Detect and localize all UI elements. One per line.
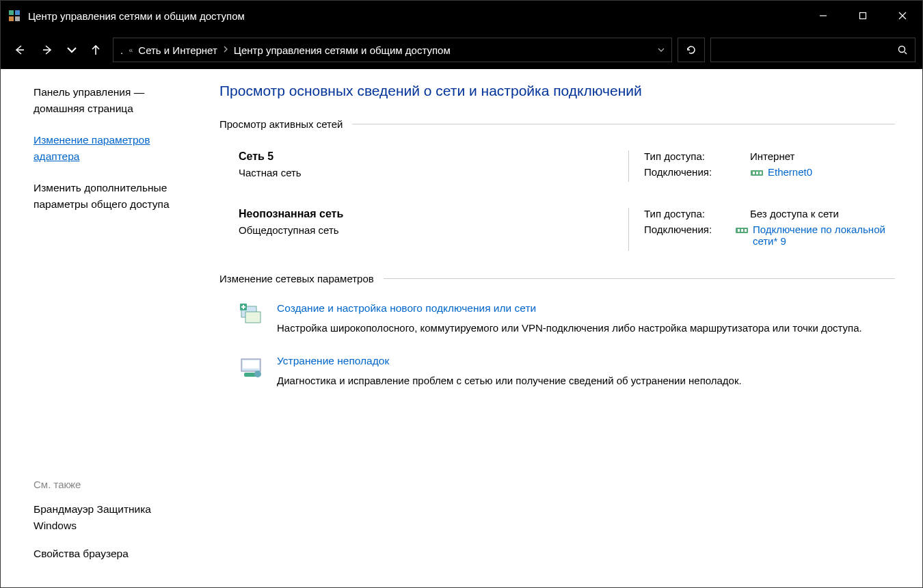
svg-line-12 xyxy=(905,52,907,54)
svg-rect-18 xyxy=(738,229,740,232)
divider xyxy=(352,124,895,124)
minimize-button[interactable] xyxy=(803,1,843,31)
access-type-value: Без доступа к сети xyxy=(750,208,839,219)
chevron-down-icon[interactable] xyxy=(658,46,665,54)
see-also-section: См. также Брандмауэр Защитника Windows С… xyxy=(34,479,192,574)
titlebar: Центр управления сетями и общим доступом xyxy=(1,1,922,31)
firewall-link[interactable]: Брандмауэр Защитника Windows xyxy=(34,501,192,533)
task-item: Устранение неполадок Диагностика и испра… xyxy=(219,349,895,394)
svg-rect-2 xyxy=(9,16,14,21)
svg-rect-22 xyxy=(245,312,260,323)
new-connection-icon xyxy=(239,302,265,328)
task-title[interactable]: Устранение неполадок xyxy=(277,355,742,367)
task-title[interactable]: Создание и настройка нового подключения … xyxy=(277,302,862,315)
app-icon xyxy=(8,9,21,23)
section-title: Изменение сетевых параметров xyxy=(219,273,384,284)
up-button[interactable] xyxy=(84,38,107,62)
svg-rect-19 xyxy=(741,229,743,232)
svg-rect-1 xyxy=(15,10,20,15)
connections-label: Подключения: xyxy=(644,224,735,247)
access-type-label: Тип доступа: xyxy=(644,208,750,219)
svg-rect-5 xyxy=(860,13,866,19)
sidebar-sharing-link[interactable]: Изменить дополнительные параметры общего… xyxy=(34,180,192,213)
section-title: Просмотр активных сетей xyxy=(219,118,352,130)
connections-label: Подключения: xyxy=(644,166,750,178)
divider xyxy=(384,278,895,279)
maximize-button[interactable] xyxy=(843,1,883,31)
toolbar: . « Сеть и Интернет Центр управления сет… xyxy=(1,31,922,69)
ethernet-icon xyxy=(750,168,764,178)
window: Центр управления сетями и общим доступом… xyxy=(0,0,923,588)
svg-rect-0 xyxy=(9,10,14,15)
section-change-settings: Изменение сетевых параметров xyxy=(219,273,895,284)
window-title: Центр управления сетями и общим доступом xyxy=(28,10,245,22)
task-description: Настройка широкополосного, коммутируемог… xyxy=(277,320,862,336)
address-bar[interactable]: . « Сеть и Интернет Центр управления сет… xyxy=(113,38,672,62)
search-icon xyxy=(897,44,908,55)
svg-rect-14 xyxy=(753,172,755,174)
connection-name: Подключение по локальной сети* 9 xyxy=(753,224,895,247)
troubleshoot-icon xyxy=(239,355,265,381)
access-type-value: Интернет xyxy=(750,150,794,162)
page-title: Просмотр основных сведений о сети и наст… xyxy=(219,83,895,99)
network-entry: Сеть 5 Частная сеть Тип доступа: Интерне… xyxy=(219,142,895,190)
task-description: Диагностика и исправление проблем с сеть… xyxy=(277,373,742,388)
breadcrumb-prefix: . xyxy=(120,44,123,56)
refresh-button[interactable] xyxy=(678,38,705,62)
network-name: Сеть 5 xyxy=(239,150,628,163)
main-panel: Просмотр основных сведений о сети и наст… xyxy=(206,69,922,587)
ethernet-icon xyxy=(735,226,749,235)
network-type: Общедоступная сеть xyxy=(239,224,628,236)
svg-rect-20 xyxy=(745,229,747,232)
network-type: Частная сеть xyxy=(239,167,628,178)
section-active-networks: Просмотр активных сетей xyxy=(219,118,895,130)
connection-name: Ethernet0 xyxy=(768,166,812,178)
task-item: Создание и настройка нового подключения … xyxy=(219,297,895,341)
svg-rect-16 xyxy=(760,172,762,174)
close-button[interactable] xyxy=(883,1,922,31)
back-button[interactable] xyxy=(8,38,31,62)
sidebar: Панель управления — домашняя страница Из… xyxy=(1,69,206,587)
forward-button[interactable] xyxy=(36,38,59,62)
connection-link[interactable]: Ethernet0 xyxy=(750,166,812,178)
sidebar-adapter-link[interactable]: Изменение параметров адаптера xyxy=(34,132,192,165)
svg-point-29 xyxy=(254,371,261,377)
history-dropdown[interactable] xyxy=(65,38,79,62)
svg-rect-15 xyxy=(756,172,758,174)
breadcrumb-sep: « xyxy=(129,46,133,54)
browser-properties-link[interactable]: Свойства браузера xyxy=(34,546,192,561)
search-input[interactable] xyxy=(710,38,915,62)
chevron-right-icon xyxy=(223,46,228,54)
access-type-label: Тип доступа: xyxy=(644,150,750,162)
sidebar-home-link[interactable]: Панель управления — домашняя страница xyxy=(34,84,192,117)
breadcrumb-item[interactable]: Сеть и Интернет xyxy=(138,44,217,56)
svg-point-11 xyxy=(899,46,905,53)
svg-rect-3 xyxy=(15,16,20,21)
svg-rect-27 xyxy=(243,360,259,369)
content-area: Панель управления — домашняя страница Из… xyxy=(1,69,922,587)
connection-link[interactable]: Подключение по локальной сети* 9 xyxy=(735,224,895,247)
see-also-title: См. также xyxy=(34,479,192,490)
breadcrumb-item[interactable]: Центр управления сетями и общим доступом xyxy=(234,44,451,56)
network-name: Неопознанная сеть xyxy=(239,208,628,220)
network-entry: Неопознанная сеть Общедоступная сеть Тип… xyxy=(219,200,895,259)
